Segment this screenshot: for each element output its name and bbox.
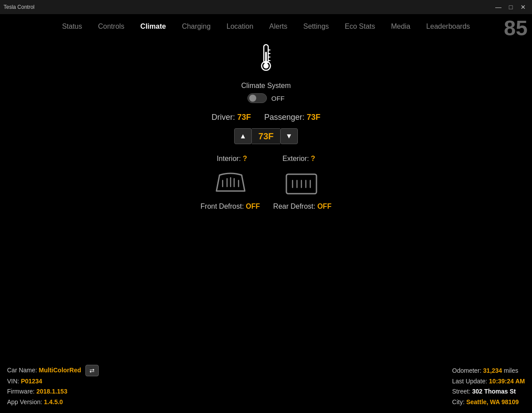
- street-row: Street: 302 Thomas St: [452, 386, 525, 397]
- app-version-row: App Version: 1.4.5.0: [7, 397, 99, 408]
- temps-row: Driver: 73F Passenger: 73F: [212, 113, 320, 122]
- firmware-value: 2018.1.153: [36, 388, 67, 395]
- swap-car-button[interactable]: ⇄: [85, 365, 99, 376]
- nav-item-status[interactable]: Status: [54, 14, 90, 38]
- rear-defrost-icon: [284, 170, 319, 196]
- odometer-unit: miles: [504, 367, 518, 374]
- odometer-value: 31,234: [483, 367, 502, 374]
- nav-item-location[interactable]: Location: [219, 14, 262, 38]
- car-name-row: Car Name: MultiColorRed ⇄: [7, 365, 99, 376]
- nav-item-climate[interactable]: Climate: [132, 14, 174, 38]
- climate-toggle[interactable]: [247, 93, 267, 103]
- nav-item-charging[interactable]: Charging: [174, 14, 219, 38]
- city-value: Seattle, WA 98109: [466, 398, 519, 405]
- app-title: Tesla Control: [4, 4, 35, 10]
- footer-right: Odometer: 31,234 miles Last Update: 10:3…: [452, 366, 525, 408]
- climate-system-label: Climate System: [241, 82, 291, 90]
- thermometer-icon: [255, 43, 277, 76]
- nav-badge: 85: [504, 18, 528, 39]
- app-version-label: App Version:: [7, 398, 42, 405]
- maximize-button[interactable]: □: [505, 2, 516, 12]
- interior-value: ?: [243, 155, 247, 162]
- city-row: City: Seattle, WA 98109: [452, 397, 525, 408]
- last-update-value: 10:39:24 AM: [489, 378, 525, 385]
- temp-control: ▲ 73F ▼: [234, 128, 298, 144]
- front-defrost-icon: [213, 170, 248, 196]
- interior-detail: Interior: ?: [217, 155, 247, 163]
- passenger-temp-label: Passenger: 73F: [264, 113, 320, 122]
- defrost-icons-row: [213, 170, 319, 196]
- last-update-label: Last Update:: [452, 378, 487, 385]
- climate-toggle-row: OFF: [247, 93, 285, 103]
- app-version-value: 1.4.5.0: [44, 398, 63, 405]
- minimize-button[interactable]: —: [493, 2, 504, 12]
- temp-display: 73F: [252, 128, 280, 144]
- nav-item-media[interactable]: Media: [383, 14, 419, 38]
- vin-value: P01234: [21, 378, 42, 385]
- close-button[interactable]: ✕: [518, 2, 528, 12]
- nav-item-settings[interactable]: Settings: [295, 14, 337, 38]
- nav-bar: Status Controls Climate Charging Locatio…: [0, 14, 532, 38]
- street-label: Street:: [452, 388, 470, 395]
- front-defrost-icon-container[interactable]: [213, 170, 248, 196]
- temp-down-button[interactable]: ▼: [280, 128, 298, 144]
- temp-up-button[interactable]: ▲: [234, 128, 252, 144]
- firmware-row: Firmware: 2018.1.153: [7, 386, 99, 397]
- street-value: 302 Thomas St: [472, 388, 516, 395]
- rear-defrost-icon-container[interactable]: [284, 170, 319, 196]
- titlebar: Tesla Control — □ ✕: [0, 0, 532, 14]
- car-name-label: Car Name:: [7, 366, 37, 373]
- firmware-label: Firmware:: [7, 388, 35, 395]
- nav-item-alerts[interactable]: Alerts: [261, 14, 295, 38]
- exterior-detail: Exterior: ?: [282, 155, 315, 163]
- last-update-row: Last Update: 10:39:24 AM: [452, 376, 525, 387]
- driver-temp-value: 73F: [237, 113, 251, 122]
- odometer-label: Odometer:: [452, 367, 482, 374]
- front-defrost-value: OFF: [246, 203, 260, 210]
- nav-item-controls[interactable]: Controls: [90, 14, 133, 38]
- car-name-value: MultiColorRed: [39, 366, 81, 373]
- svg-point-3: [263, 63, 269, 69]
- front-defrost-status: Front Defrost: OFF: [200, 203, 260, 210]
- climate-details: Interior: ? Exterior: ?: [217, 155, 315, 163]
- window-controls: — □ ✕: [493, 2, 528, 12]
- nav-item-leaderboards[interactable]: Leaderboards: [418, 14, 478, 38]
- toggle-knob: [249, 95, 256, 102]
- vin-label: VIN:: [7, 378, 19, 385]
- nav-item-eco-stats[interactable]: Eco Stats: [337, 14, 383, 38]
- vin-row: VIN: P01234: [7, 376, 99, 387]
- rear-defrost-value: OFF: [317, 203, 332, 210]
- footer-left: Car Name: MultiColorRed ⇄ VIN: P01234 Fi…: [7, 365, 99, 408]
- odometer-row: Odometer: 31,234 miles: [452, 366, 525, 376]
- defrost-status-row: Front Defrost: OFF Rear Defrost: OFF: [200, 203, 332, 210]
- passenger-temp-value: 73F: [307, 113, 320, 122]
- main-content: Climate System OFF Driver: 73F Passenger…: [0, 38, 532, 210]
- exterior-value: ?: [311, 155, 315, 162]
- driver-temp-label: Driver: 73F: [212, 113, 251, 122]
- city-label: City:: [452, 398, 465, 405]
- climate-toggle-label: OFF: [271, 95, 285, 102]
- rear-defrost-status: Rear Defrost: OFF: [273, 203, 332, 210]
- footer: Car Name: MultiColorRed ⇄ VIN: P01234 Fi…: [0, 369, 532, 413]
